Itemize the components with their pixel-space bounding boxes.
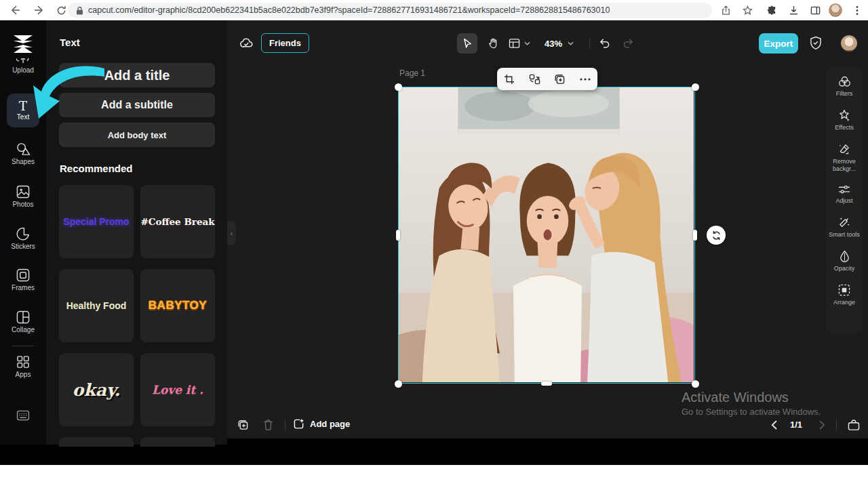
activate-windows-text: Activate Windows: [682, 390, 789, 405]
resize-handle-top-left[interactable]: [395, 83, 402, 91]
smart-tools-icon: [838, 216, 850, 228]
add-page-button[interactable]: Add page: [293, 418, 350, 430]
project-name-field[interactable]: Friends: [261, 33, 309, 53]
resize-handle-bottom-left[interactable]: [395, 380, 402, 388]
duplicate-icon[interactable]: [554, 74, 566, 85]
editor-profile-avatar[interactable]: [841, 35, 857, 52]
bookmark-star-icon[interactable]: [741, 3, 754, 17]
page-indicator: 1/1: [790, 420, 802, 430]
panel-collapse-tab[interactable]: ‹: [227, 221, 236, 245]
cloud-saved-icon: [239, 37, 254, 49]
hand-tool-button[interactable]: [483, 33, 503, 54]
extensions-icon[interactable]: [765, 3, 778, 17]
tool-smart-tools[interactable]: Smart tools: [827, 216, 862, 239]
canvas-workspace: Friends 43%: [227, 20, 868, 439]
tool-filters[interactable]: Filters: [827, 76, 862, 98]
bag-icon[interactable]: [846, 418, 861, 432]
text-preset-healthy-food[interactable]: Healthy Food: [59, 269, 134, 342]
footer-divider-2: [836, 420, 837, 430]
arrange-icon: [838, 284, 850, 296]
browser-menu-kebab-icon[interactable]: [850, 3, 864, 17]
add-title-button[interactable]: Add a title: [59, 63, 215, 87]
text-preset-partial-right[interactable]: [140, 437, 215, 447]
apps-icon: [16, 355, 30, 369]
sidebar-item-apps[interactable]: Apps: [0, 355, 46, 378]
filters-icon: [838, 76, 851, 87]
resize-handle-left[interactable]: [396, 230, 400, 241]
sidebar-item-stickers[interactable]: Stickers: [0, 227, 46, 250]
browser-back-icon[interactable]: [8, 3, 22, 17]
photos-icon: [16, 185, 30, 199]
split-screen-icon[interactable]: [808, 3, 822, 17]
text-preset-love-it[interactable]: Love it .: [140, 353, 215, 426]
text-preset-okay[interactable]: okay.: [59, 353, 134, 426]
tool-remove-background[interactable]: Remove backgr...: [827, 143, 862, 173]
sidebar-item-text[interactable]: T Text: [7, 94, 39, 127]
sidebar-item-upload[interactable]: Upload: [0, 66, 46, 74]
resize-handle-bottom[interactable]: [541, 382, 552, 386]
rail-divider: [12, 346, 34, 346]
sidebar-item-photos[interactable]: Photos: [0, 185, 46, 208]
remove-background-icon: [838, 143, 850, 155]
more-options-icon[interactable]: [580, 78, 591, 81]
download-icon[interactable]: [787, 3, 800, 17]
crop-icon[interactable]: [504, 74, 515, 85]
browser-profile-avatar[interactable]: [829, 3, 842, 17]
sidebar-item-frames[interactable]: Frames: [0, 268, 46, 291]
page-layout-dropdown[interactable]: [507, 33, 530, 54]
zoom-level-value: 43%: [545, 39, 562, 49]
recommended-heading: Recommended: [60, 163, 133, 174]
add-subtitle-button[interactable]: Add a subtitle: [59, 93, 215, 117]
resize-handle-top-right[interactable]: [692, 83, 699, 91]
page-label: Page 1: [399, 68, 425, 78]
add-body-text-button[interactable]: Add body text: [59, 123, 215, 147]
text-preset-partial-left[interactable]: [59, 437, 134, 447]
frames-icon: [16, 268, 30, 282]
chevron-down-icon: [568, 41, 574, 45]
rotate-handle[interactable]: [707, 226, 726, 245]
zoom-level-dropdown[interactable]: 43%: [545, 33, 574, 54]
keyboard-shortcuts-icon[interactable]: [16, 410, 30, 421]
delete-page-button[interactable]: [261, 418, 275, 432]
next-page-icon[interactable]: [816, 419, 828, 431]
export-button[interactable]: Export: [759, 33, 798, 54]
sidebar-item-shapes[interactable]: Shapes: [0, 142, 46, 165]
image-context-toolbar: [497, 68, 597, 90]
resize-handle-bottom-right[interactable]: [692, 380, 699, 388]
capcut-logo[interactable]: [12, 34, 35, 54]
duplicate-page-button[interactable]: [236, 418, 250, 432]
undo-button[interactable]: [595, 33, 615, 54]
capcut-editor-page: capcut.com/editor-graphic/8cd200eb622341…: [0, 0, 868, 488]
right-tool-rail: Filters Effects Remove backgr... Adjust …: [826, 68, 863, 333]
editor-root: Friends 43%: [0, 20, 868, 465]
browser-address-bar[interactable]: capcut.com/editor-graphic/8cd200eb622341…: [68, 3, 712, 18]
url-text: capcut.com/editor-graphic/8cd200eb622341…: [88, 5, 610, 15]
shield-check-icon[interactable]: [810, 36, 822, 50]
left-rail: Upload T Text Shapes Photos Stickers Fra…: [0, 20, 46, 445]
canvas-image[interactable]: [398, 87, 695, 384]
browser-toolbar: capcut.com/editor-graphic/8cd200eb622341…: [0, 0, 868, 21]
add-page-icon: [293, 418, 304, 430]
browser-reload-icon[interactable]: [54, 3, 68, 17]
footer-divider: [285, 420, 285, 430]
resize-handle-right[interactable]: [693, 230, 697, 241]
prev-page-icon[interactable]: [768, 419, 780, 431]
upload-icon-partial[interactable]: [16, 58, 30, 65]
redo-button[interactable]: [618, 33, 638, 54]
text-preset-babytoy[interactable]: BABYTOY: [140, 269, 215, 342]
sidebar-item-collage[interactable]: Collage: [0, 310, 46, 333]
tool-effects[interactable]: Effects: [827, 109, 862, 131]
bottom-white-strip: [0, 465, 868, 488]
opacity-icon: [840, 250, 850, 262]
tool-adjust[interactable]: Adjust: [827, 184, 862, 205]
replace-icon[interactable]: [529, 74, 540, 85]
shapes-icon: [16, 142, 31, 156]
share-icon[interactable]: [719, 3, 732, 17]
text-preset-special-promo[interactable]: Special Promo: [59, 185, 134, 258]
text-panel: Text Add a title Add a subtitle Add body…: [46, 20, 227, 445]
tool-arrange[interactable]: Arrange: [827, 284, 862, 306]
tool-opacity[interactable]: Opacity: [827, 250, 862, 272]
browser-forward-icon[interactable]: [33, 3, 46, 17]
text-preset-coffee-break[interactable]: #Coffee Break: [140, 185, 215, 258]
select-tool-button[interactable]: [457, 33, 477, 54]
